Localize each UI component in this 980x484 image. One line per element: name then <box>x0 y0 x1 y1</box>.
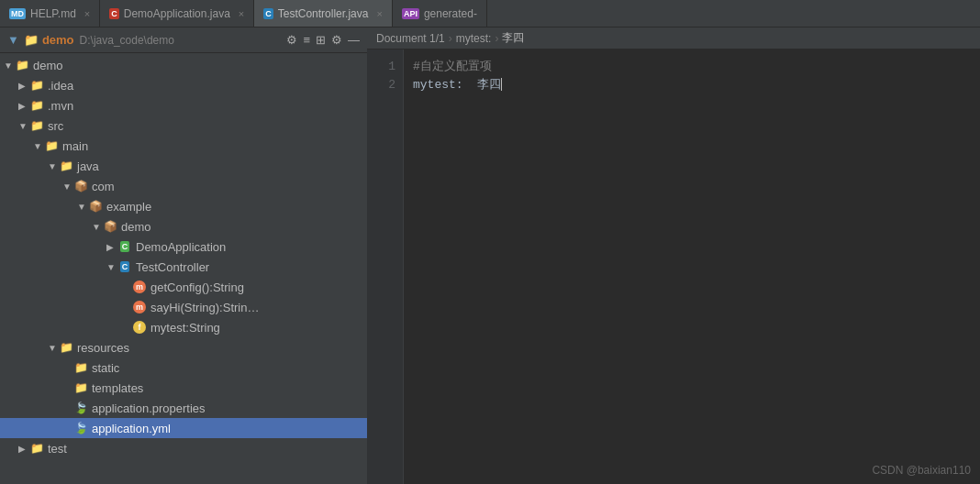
tree-item-example[interactable]: ▼ 📦 example <box>0 196 367 216</box>
tree-item-main[interactable]: ▼ 📁 main <box>0 136 367 156</box>
properties-icon: 🍃 <box>73 401 88 415</box>
project-folder-icon: 📁 <box>24 33 39 47</box>
tab-demoapplication[interactable]: C DemoApplication.java × <box>100 0 254 27</box>
arrow: ▼ <box>33 141 44 151</box>
tab-generated[interactable]: API generated- <box>393 0 487 27</box>
code-key: mytest: 李四 <box>413 76 501 93</box>
code-line-2: mytest: 李四 <box>413 75 971 94</box>
line-num-1: 1 <box>367 57 403 75</box>
arrow: ▶ <box>18 444 29 454</box>
close-icon-2[interactable]: × <box>239 8 244 19</box>
class-icon-green: C <box>117 239 132 254</box>
text-cursor <box>501 78 502 91</box>
file-tree: ▼ 📁 demo ▶ 📁 .idea ▶ 📁 .mvn ▼ 📁 src <box>0 53 367 484</box>
icon-align[interactable]: ≡ <box>303 33 310 47</box>
tree-item-com[interactable]: ▼ 📦 com <box>0 176 367 196</box>
tree-item-testcontroller[interactable]: ▼ C TestController <box>0 257 367 277</box>
breadcrumb: Document 1/1 › mytest: › 李四 <box>367 28 980 50</box>
folder-icon: 📁 <box>59 340 73 355</box>
icon-filter[interactable]: ⊞ <box>316 33 326 47</box>
arrow: ▼ <box>92 222 103 232</box>
tree-label: sayHi(String):Strin… <box>150 301 259 314</box>
tree-label: mytest:String <box>150 321 220 335</box>
arrow: ▶ <box>106 242 117 252</box>
tree-label: test <box>48 442 67 456</box>
tree-item-application-yml[interactable]: 🍃 application.yml <box>0 418 367 438</box>
tree-item-mytest-field[interactable]: f mytest:String <box>0 317 367 337</box>
tab-help-label: HELP.md <box>30 7 76 20</box>
tab-testcontroller-label: TestController.java <box>278 7 369 20</box>
sidebar: ▼ 📁 demo D:\java_code\demo ⚙ ≡ ⊞ ⚙ — ▼ 📁… <box>0 28 367 484</box>
tree-label: TestController <box>136 260 209 274</box>
api-icon: API <box>402 8 419 19</box>
tree-label: static <box>92 361 119 375</box>
tab-bar: MD HELP.md × C DemoApplication.java × C … <box>0 0 980 28</box>
folder-icon: 📁 <box>29 78 44 93</box>
watermark: CSDN @baixian110 <box>872 464 971 477</box>
close-icon-3[interactable]: × <box>376 8 382 19</box>
code-editor[interactable]: #自定义配置项 mytest: 李四 <box>404 50 980 484</box>
yaml-icon: 🍃 <box>73 421 88 435</box>
tree-item-resources[interactable]: ▼ 📁 resources <box>0 337 367 358</box>
tree-item-static[interactable]: 📁 static <box>0 358 367 378</box>
java-icon-1: C <box>109 8 119 19</box>
main-layout: ▼ 📁 demo D:\java_code\demo ⚙ ≡ ⊞ ⚙ — ▼ 📁… <box>0 28 980 484</box>
folder-icon: 📁 <box>29 98 44 113</box>
tree-item-idea[interactable]: ▶ 📁 .idea <box>0 75 367 95</box>
editor-area: Document 1/1 › mytest: › 李四 <box>367 28 980 484</box>
tab-testcontroller[interactable]: C TestController.java × <box>254 0 393 27</box>
icon-gear[interactable]: ⚙ <box>331 33 342 47</box>
tab-generated-label: generated- <box>424 7 477 20</box>
icon-minimize[interactable]: — <box>348 33 360 47</box>
method-icon-orange2: m <box>132 300 147 314</box>
tree-item-templates[interactable]: 📁 templates <box>0 378 367 398</box>
tree-label: demo <box>33 59 63 72</box>
tree-label: java <box>77 160 99 173</box>
tree-item-demo[interactable]: ▼ 📁 demo <box>0 55 367 75</box>
java-folder-icon: 📁 <box>59 159 73 173</box>
project-header: ▼ 📁 demo D:\java_code\demo ⚙ ≡ ⊞ ⚙ — <box>0 28 367 53</box>
tree-item-mvn[interactable]: ▶ 📁 .mvn <box>0 95 367 116</box>
tab-help[interactable]: MD HELP.md × <box>0 0 100 27</box>
close-icon[interactable]: × <box>84 8 90 19</box>
breadcrumb-doc: Document 1/1 <box>376 32 445 45</box>
tab-demoapplication-label: DemoApplication.java <box>124 7 230 20</box>
tree-label: resources <box>77 341 129 355</box>
arrow: ▼ <box>62 182 73 192</box>
arrow: ▼ <box>18 121 29 131</box>
tree-item-demoapplication[interactable]: ▶ C DemoApplication <box>0 236 367 257</box>
pkg-icon: 📦 <box>103 219 117 234</box>
tree-label: demo <box>121 220 151 234</box>
arrow: ▼ <box>106 262 117 272</box>
tree-item-java[interactable]: ▼ 📁 java <box>0 156 367 176</box>
tree-item-demo-pkg[interactable]: ▼ 📦 demo <box>0 216 367 236</box>
md-icon: MD <box>9 8 26 19</box>
class-icon-blue: C <box>117 259 132 274</box>
folder-icon: 📁 <box>44 138 59 153</box>
icon-settings[interactable]: ⚙ <box>286 33 297 47</box>
project-path: D:\java_code\demo <box>80 34 174 47</box>
header-icons: ⚙ ≡ ⊞ ⚙ — <box>286 33 360 47</box>
folder-icon: 📁 <box>15 58 29 72</box>
project-icon: ▼ <box>7 33 19 47</box>
tree-label: .mvn <box>48 99 73 113</box>
comment-text: #自定义配置项 <box>413 58 492 74</box>
tree-item-application-properties[interactable]: 🍃 application.properties <box>0 398 367 418</box>
tree-label: application.yml <box>92 422 171 435</box>
tree-item-src[interactable]: ▼ 📁 src <box>0 116 367 136</box>
tree-label: application.properties <box>92 402 206 415</box>
arrow: ▼ <box>4 60 15 71</box>
arrow: ▶ <box>18 101 29 111</box>
tree-item-sayhi[interactable]: m sayHi(String):Strin… <box>0 297 367 317</box>
pkg-icon: 📦 <box>88 199 103 214</box>
tree-label: DemoApplication <box>136 240 226 254</box>
folder-icon: 📁 <box>29 118 44 133</box>
arrow: ▼ <box>48 161 59 171</box>
tree-item-test[interactable]: ▶ 📁 test <box>0 438 367 458</box>
arrow: ▼ <box>48 343 59 353</box>
tree-label: main <box>62 139 88 153</box>
tree-item-getconfig[interactable]: m getConfig():String <box>0 277 367 297</box>
code-line-1: #自定义配置项 <box>413 57 971 75</box>
breadcrumb-mytest: mytest: <box>456 32 492 45</box>
folder-icon: 📁 <box>29 441 44 456</box>
